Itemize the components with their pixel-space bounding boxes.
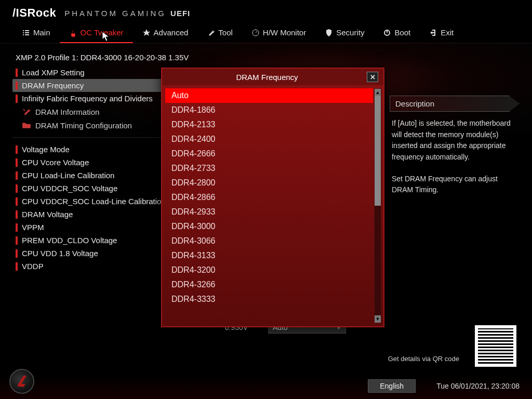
list-icon	[22, 29, 30, 37]
tab-boot[interactable]: Boot	[374, 25, 420, 43]
dram-frequency-modal: DRAM Frequency ✕ AutoDDR4-1866DDR4-2133D…	[161, 68, 384, 327]
nav-tabs: Main OC Tweaker Advanced Tool H/W Monito…	[0, 22, 532, 44]
modal-option[interactable]: DDR4-2400	[165, 132, 373, 147]
wrench-icon	[207, 29, 215, 37]
header-bar: /ISRock Phantom Gaming UEFI	[0, 0, 532, 22]
modal-option-list: AutoDDR4-1866DDR4-2133DDR4-2400DDR4-2666…	[165, 88, 373, 323]
scroll-down-button[interactable]: ▼	[375, 315, 381, 323]
description-header: Description	[390, 96, 520, 112]
tab-oc-tweaker[interactable]: OC Tweaker	[60, 25, 133, 43]
modal-option[interactable]: DDR4-2933	[165, 205, 373, 219]
modal-title: DRAM Frequency	[167, 73, 367, 82]
svg-rect-5	[25, 34, 29, 35]
star-icon	[142, 29, 151, 37]
flame-icon	[69, 29, 77, 37]
modal-option[interactable]: Auto	[165, 88, 373, 103]
scrollbar[interactable]: ▲ ▼	[374, 88, 381, 323]
close-button[interactable]: ✕	[367, 72, 378, 82]
svg-rect-0	[23, 30, 24, 31]
language-selector[interactable]: English	[368, 379, 416, 393]
tab-advanced[interactable]: Advanced	[133, 25, 198, 43]
tab-tool[interactable]: Tool	[197, 25, 242, 43]
gauge-icon	[251, 29, 260, 37]
scroll-thumb[interactable]	[375, 96, 381, 206]
brand-logo: /ISRock	[12, 6, 56, 20]
description-body: If [Auto] is selected, the motherboard w…	[390, 112, 520, 169]
modal-option[interactable]: DDR4-2133	[165, 117, 373, 132]
modal-option[interactable]: DDR4-3066	[165, 234, 373, 248]
svg-rect-1	[25, 30, 29, 31]
svg-rect-2	[23, 32, 24, 33]
modal-option[interactable]: DDR4-1866	[165, 103, 373, 117]
scroll-up-button[interactable]: ▲	[375, 89, 381, 96]
tools-icon	[22, 107, 31, 116]
modal-option[interactable]: DDR4-2866	[165, 190, 373, 205]
tab-exit[interactable]: Exit	[420, 25, 463, 43]
datetime: Tue 06/01/2021, 23:20:08	[436, 382, 520, 390]
modal-option[interactable]: DDR4-3333	[165, 292, 373, 307]
modal-option[interactable]: DDR4-3200	[165, 263, 373, 277]
svg-rect-4	[23, 34, 24, 35]
svg-rect-3	[25, 32, 29, 33]
description-body-2: Set DRAM Frequency can adjust DRAM Timin…	[390, 169, 520, 196]
xmp-profile-title: XMP 2.0 Profile 1: DDR4-3000 16-20-20-38…	[12, 53, 215, 66]
modal-option[interactable]: DDR4-2666	[165, 147, 373, 161]
phantom-gaming-logo	[9, 369, 34, 394]
qr-hint: Get details via QR code	[388, 355, 459, 363]
brand-subtitle: Phantom Gaming UEFI	[64, 9, 190, 18]
tab-hw-monitor[interactable]: H/W Monitor	[242, 25, 315, 43]
tab-main[interactable]: Main	[12, 25, 60, 43]
modal-option[interactable]: DDR4-2800	[165, 176, 373, 190]
power-icon	[383, 29, 391, 37]
modal-option[interactable]: DDR4-3266	[165, 277, 373, 292]
modal-option[interactable]: DDR4-3000	[165, 219, 373, 234]
modal-option[interactable]: DDR4-2733	[165, 161, 373, 176]
shield-icon	[325, 29, 333, 37]
modal-option[interactable]: DDR4-3133	[165, 248, 373, 263]
folder-icon	[22, 121, 31, 130]
qr-code	[475, 325, 516, 367]
tab-security[interactable]: Security	[315, 25, 374, 43]
exit-icon	[429, 29, 437, 37]
